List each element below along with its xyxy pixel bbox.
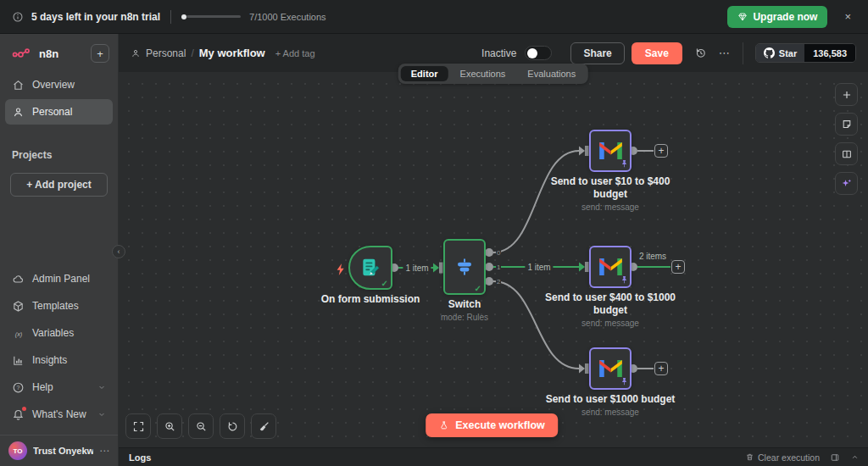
package-icon [12, 300, 25, 313]
node-label: Switchmode: Rules [396, 298, 533, 324]
sidebar-item-admin-panel[interactable]: Admin Panel [5, 266, 113, 291]
sidebar: n8n + Overview Personal Projects + Add p… [0, 34, 119, 466]
n8n-app: 5 days left in your n8n trial 7/1000 Exe… [0, 0, 868, 466]
sidebar-item-label: Insights [32, 354, 67, 366]
add-node-plus[interactable]: + [671, 260, 685, 274]
tab-executions[interactable]: Executions [450, 66, 516, 81]
open-logs-panel-icon[interactable] [830, 452, 840, 463]
node-gmail-mid[interactable]: Send to user $400 to $1000 budgetsend: m… [589, 246, 632, 288]
sidebar-item-personal[interactable]: Personal [5, 99, 113, 125]
banner-close-icon[interactable]: × [844, 10, 851, 23]
add-node-plus[interactable]: + [654, 144, 668, 158]
save-button[interactable]: Save [632, 42, 682, 64]
canvas-right-rail [835, 83, 858, 195]
workflow-title[interactable]: My workflow [199, 47, 265, 59]
execute-workflow-button[interactable]: Execute workflow [426, 413, 558, 437]
gem-icon [737, 12, 748, 22]
fit-view-button[interactable] [125, 413, 151, 439]
tab-editor[interactable]: Editor [401, 66, 448, 81]
node-gmail-top[interactable]: Send to user $10 to $400 budgetsend: mes… [589, 130, 632, 172]
star-count: 136,583 [804, 44, 855, 62]
variables-icon: (x) [12, 327, 25, 340]
zoom-in-button[interactable] [157, 413, 182, 439]
breadcrumb-project: Personal [146, 47, 186, 59]
github-star-widget[interactable]: Star 136,583 [755, 43, 856, 63]
breadcrumb[interactable]: Personal [131, 47, 186, 59]
lightning-bolt-icon [336, 264, 345, 275]
node-gmail-bottom[interactable]: Send to user $1000 budgetsend: message [589, 347, 632, 390]
trial-text: 5 days left in your n8n trial [31, 11, 160, 23]
node-subtitle: mode: Rules [396, 313, 533, 324]
logs-bar[interactable]: Logs Clear execution [119, 447, 868, 466]
chevron-down-icon [97, 410, 106, 419]
add-node-plus[interactable]: + [654, 362, 668, 375]
pin-icon [620, 159, 628, 169]
clear-execution-button[interactable]: Clear execution [745, 452, 820, 463]
canvas-toolbar [125, 413, 276, 439]
sidebar-item-insights[interactable]: Insights [5, 347, 113, 373]
user-menu-icon[interactable]: ⋯ [99, 445, 109, 457]
switch-output-index: 0 [496, 249, 501, 257]
switch-output-index: 2 [496, 278, 501, 286]
banner-divider [170, 10, 171, 24]
tidy-up-button[interactable] [251, 413, 276, 439]
add-tag-button[interactable]: + Add tag [275, 48, 315, 58]
star-label: Star [779, 48, 797, 58]
user-row[interactable]: TO Trust Onyekwere ⋯ [0, 435, 118, 466]
sidebar-add-button[interactable]: + [91, 44, 109, 63]
svg-text:?: ? [17, 385, 20, 391]
flask-icon [438, 420, 449, 431]
zoom-out-button[interactable] [188, 413, 214, 439]
sidebar-item-label: Help [32, 381, 53, 393]
chevron-down-icon [97, 383, 106, 391]
person-icon [131, 48, 141, 58]
user-name: Trust Onyekwere [33, 446, 93, 456]
sidebar-item-label: Personal [32, 106, 72, 118]
node-subtitle: send: message [542, 408, 679, 419]
bar-chart-icon [12, 354, 25, 367]
history-icon[interactable] [694, 47, 707, 59]
sidebar-item-label: Templates [32, 300, 79, 312]
sidebar-item-overview[interactable]: Overview [5, 72, 113, 97]
split-panel-button[interactable] [835, 142, 858, 165]
cloud-icon [12, 273, 25, 286]
pin-icon [620, 377, 628, 386]
add-project-button[interactable]: + Add project [10, 173, 108, 197]
execute-workflow-label: Execute workflow [455, 419, 545, 431]
expand-logs-icon[interactable] [850, 452, 860, 462]
connection-label: 1 item [525, 263, 553, 272]
node-subtitle: send: message [542, 202, 679, 214]
header-divider [743, 42, 743, 64]
undo-button[interactable] [220, 413, 245, 439]
sidebar-collapse-handle[interactable]: ‹ [112, 245, 125, 258]
home-icon [12, 79, 25, 92]
add-node-button[interactable] [835, 83, 858, 106]
sidebar-item-label: Variables [32, 327, 74, 339]
upgrade-now-button[interactable]: Upgrade now [727, 6, 827, 28]
sticky-note-button[interactable] [835, 113, 858, 136]
sidebar-item-whats-new[interactable]: What's New [5, 402, 113, 427]
node-form-trigger[interactable]: ✓ On form submission [348, 246, 392, 290]
view-tabbar: Editor Executions Evaluations [398, 64, 588, 84]
active-status-label: Inactive [481, 47, 516, 59]
workflow-canvas[interactable]: Editor Executions Evaluations ‹ [119, 72, 868, 447]
trial-banner: 5 days left in your n8n trial 7/1000 Exe… [0, 0, 868, 34]
logo-text: n8n [39, 47, 91, 60]
more-options-icon[interactable]: ⋯ [719, 47, 731, 59]
node-switch[interactable]: ✓ Switchmode: Rules [443, 239, 486, 295]
connection-label: 2 items [637, 252, 669, 261]
pin-icon [620, 275, 628, 285]
node-subtitle: send: message [542, 319, 679, 330]
success-check-icon: ✓ [475, 284, 481, 293]
executions-progress [181, 14, 241, 19]
tab-evaluations[interactable]: Evaluations [517, 66, 586, 81]
sidebar-item-templates[interactable]: Templates [5, 293, 113, 319]
sidebar-item-label: Overview [32, 79, 75, 91]
logs-title: Logs [129, 452, 151, 463]
sidebar-item-help[interactable]: ? Help [5, 374, 113, 400]
active-toggle[interactable] [525, 46, 552, 60]
ai-assistant-button[interactable] [835, 172, 858, 195]
share-button[interactable]: Share [570, 42, 624, 64]
sidebar-item-variables[interactable]: (x) Variables [5, 320, 113, 346]
sidebar-item-label: Admin Panel [32, 273, 90, 285]
